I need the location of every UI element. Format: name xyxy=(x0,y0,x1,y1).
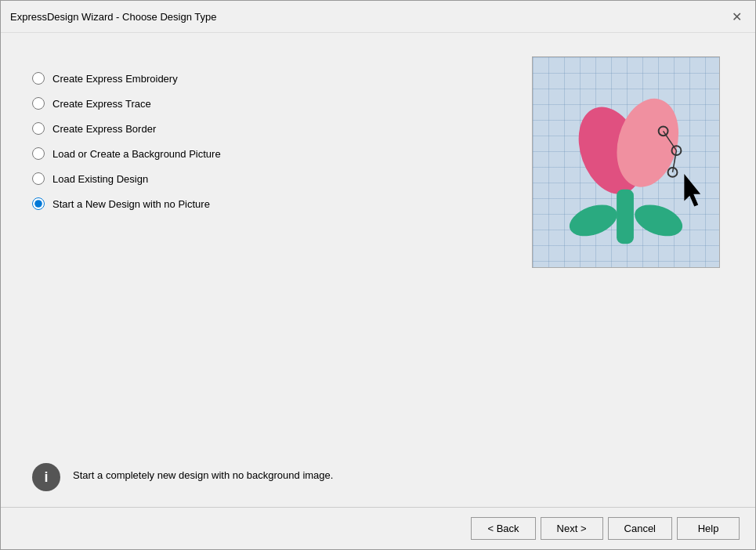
radio-express-border[interactable] xyxy=(32,122,45,135)
svg-point-4 xyxy=(631,199,687,242)
option-express-trace[interactable]: Create Express Trace xyxy=(32,97,497,110)
label-express-border: Create Express Border xyxy=(52,123,156,135)
options-panel: Create Express Embroidery Create Express… xyxy=(32,56,497,440)
label-express-embroidery: Create Express Embroidery xyxy=(52,73,178,85)
svg-rect-2 xyxy=(617,190,634,244)
dialog: ExpressDesign Wizard - Choose Design Typ… xyxy=(0,0,756,550)
radio-new-no-picture[interactable] xyxy=(32,197,45,210)
label-load-existing: Load Existing Design xyxy=(52,173,148,185)
info-icon: i xyxy=(32,463,60,491)
help-button[interactable]: Help xyxy=(677,517,740,540)
preview-image xyxy=(532,56,720,268)
label-new-no-picture: Start a New Design with no Picture xyxy=(52,198,210,210)
option-express-embroidery[interactable]: Create Express Embroidery xyxy=(32,72,497,85)
close-button[interactable]: ✕ xyxy=(727,7,746,26)
info-section: i Start a completely new design with no … xyxy=(1,463,755,491)
content-area: Create Express Embroidery Create Express… xyxy=(1,33,755,463)
svg-point-3 xyxy=(565,199,621,242)
option-express-border[interactable]: Create Express Border xyxy=(32,122,497,135)
title-bar: ExpressDesign Wizard - Choose Design Typ… xyxy=(1,1,755,33)
option-new-no-picture[interactable]: Start a New Design with no Picture xyxy=(32,197,497,210)
label-express-trace: Create Express Trace xyxy=(52,98,151,110)
next-button[interactable]: Next > xyxy=(541,517,603,540)
dialog-title: ExpressDesign Wizard - Choose Design Typ… xyxy=(10,11,217,23)
flower-illustration xyxy=(533,57,719,267)
option-background-picture[interactable]: Load or Create a Background Picture xyxy=(32,147,497,160)
svg-marker-10 xyxy=(684,174,700,207)
info-text: Start a completely new design with no ba… xyxy=(73,463,333,481)
footer: < Back Next > Cancel Help xyxy=(1,507,755,549)
back-button[interactable]: < Back xyxy=(471,517,535,540)
cancel-button[interactable]: Cancel xyxy=(608,517,672,540)
radio-express-embroidery[interactable] xyxy=(32,72,45,85)
radio-express-trace[interactable] xyxy=(32,97,45,110)
preview-panel xyxy=(528,56,724,440)
radio-background-picture[interactable] xyxy=(32,147,45,160)
option-load-existing[interactable]: Load Existing Design xyxy=(32,172,497,185)
radio-load-existing[interactable] xyxy=(32,172,45,185)
label-background-picture: Load or Create a Background Picture xyxy=(52,148,221,160)
